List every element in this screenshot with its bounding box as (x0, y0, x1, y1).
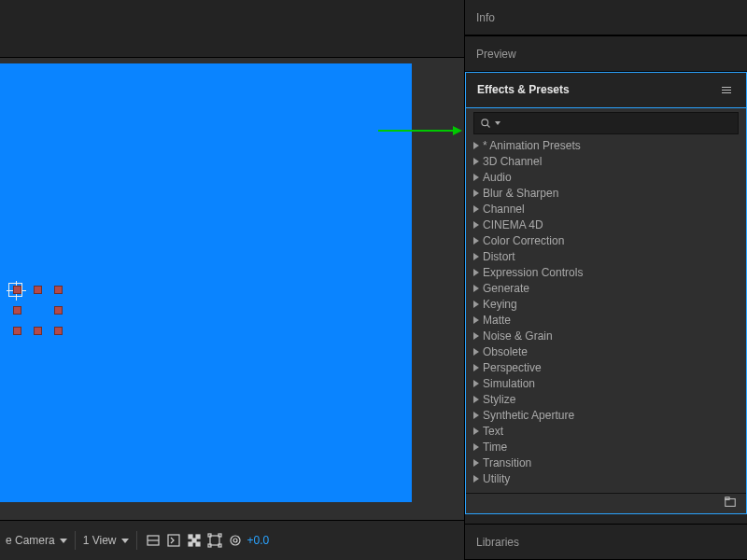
disclosure-triangle-icon[interactable] (473, 475, 479, 483)
disclosure-triangle-icon[interactable] (473, 364, 479, 371)
panel-info[interactable]: Info (465, 0, 747, 35)
effects-category-item[interactable]: Generate (473, 281, 739, 297)
selection-handle[interactable] (54, 327, 63, 335)
effects-category-item[interactable]: * Animation Presets (473, 138, 739, 154)
effects-category-item[interactable]: Blur & Sharpen (473, 186, 739, 202)
effects-category-label: CINEMA 4D (483, 218, 543, 231)
disclosure-triangle-icon[interactable] (473, 189, 479, 197)
selection-handle[interactable] (54, 306, 63, 315)
fast-previews-icon[interactable] (165, 532, 182, 549)
disclosure-triangle-icon[interactable] (473, 142, 479, 149)
svg-point-13 (231, 536, 240, 545)
panel-menu-icon[interactable] (718, 83, 735, 97)
disclosure-triangle-icon[interactable] (473, 348, 479, 356)
composition-pane: e Camera 1 View + (0, 0, 464, 560)
disclosure-triangle-icon[interactable] (473, 269, 479, 276)
panel-preview-title: Preview (476, 48, 516, 61)
chevron-down-icon (121, 539, 129, 543)
selection-handle[interactable] (34, 286, 42, 294)
active-camera-dropdown[interactable]: e Camera (6, 534, 67, 547)
composition-canvas[interactable] (0, 63, 412, 502)
effects-category-label: Noise & Grain (483, 329, 553, 343)
effects-category-label: Synthetic Aperture (483, 409, 574, 422)
disclosure-triangle-icon[interactable] (473, 158, 479, 165)
effects-category-item[interactable]: Synthetic Aperture (473, 408, 739, 424)
effects-category-label: Expression Controls (483, 266, 583, 279)
effects-category-item[interactable]: Simulation (473, 376, 739, 392)
selection-handle[interactable] (34, 327, 42, 335)
effects-category-item[interactable]: Utility (473, 471, 739, 487)
effects-category-label: Audio (483, 171, 512, 184)
selection-handle[interactable] (13, 286, 21, 294)
search-options-icon[interactable] (495, 121, 500, 125)
effects-category-item[interactable]: Time (473, 440, 739, 455)
disclosure-triangle-icon[interactable] (473, 396, 479, 403)
effects-category-item[interactable]: Expression Controls (473, 265, 739, 281)
panel-libraries[interactable]: Libraries (465, 524, 747, 560)
disclosure-triangle-icon[interactable] (473, 380, 479, 387)
panel-libraries-title: Libraries (476, 536, 519, 549)
effects-category-label: Perspective (483, 361, 542, 374)
new-bin-icon[interactable] (724, 496, 737, 511)
snapshot-icon[interactable] (227, 532, 244, 549)
panel-effects-presets-header[interactable]: Effects & Presets (465, 72, 747, 108)
effects-category-item[interactable]: Keying (473, 297, 739, 313)
disclosure-triangle-icon[interactable] (473, 285, 479, 292)
toggle-pixel-aspect-icon[interactable] (145, 532, 162, 549)
effects-category-item[interactable]: Matte (473, 313, 739, 329)
effects-category-item[interactable]: Text (473, 424, 739, 440)
view-layout-dropdown[interactable]: 1 View (83, 534, 129, 547)
effects-category-label: 3D Channel (483, 155, 542, 168)
effects-category-item[interactable]: Perspective (473, 360, 739, 376)
effects-category-item[interactable]: Audio (473, 170, 739, 186)
effects-search-input[interactable] (504, 117, 732, 130)
svg-rect-3 (189, 535, 192, 539)
panel-preview[interactable]: Preview (465, 35, 747, 72)
effects-category-label: Color Correction (483, 234, 564, 247)
exposure-value[interactable]: +0.0 (247, 534, 270, 547)
disclosure-triangle-icon[interactable] (473, 332, 479, 340)
effects-category-label: Blur & Sharpen (483, 187, 558, 200)
active-camera-label: e Camera (6, 534, 55, 547)
region-of-interest-icon[interactable] (206, 532, 223, 549)
effects-category-item[interactable]: 3D Channel (473, 154, 739, 170)
disclosure-triangle-icon[interactable] (473, 205, 479, 213)
effects-category-label: Utility (483, 472, 510, 485)
effects-category-item[interactable]: Color Correction (473, 233, 739, 249)
disclosure-triangle-icon[interactable] (473, 459, 479, 467)
selection-handle[interactable] (54, 286, 63, 294)
viewer-footer: e Camera 1 View + (0, 520, 464, 560)
toggle-transparency-grid-icon[interactable] (186, 532, 203, 549)
effects-category-label: Keying (483, 298, 517, 311)
disclosure-triangle-icon[interactable] (473, 253, 479, 260)
svg-rect-7 (196, 542, 200, 546)
effects-search-row[interactable] (473, 112, 739, 134)
svg-line-16 (487, 125, 490, 128)
svg-point-15 (482, 119, 488, 126)
disclosure-triangle-icon[interactable] (473, 237, 479, 245)
disclosure-triangle-icon[interactable] (473, 427, 479, 435)
effects-category-item[interactable]: Transition (473, 455, 739, 471)
disclosure-triangle-icon[interactable] (473, 221, 479, 229)
divider (75, 531, 76, 550)
effects-category-item[interactable]: Noise & Grain (473, 329, 739, 344)
effects-category-label: Channel (483, 203, 525, 216)
selection-handle[interactable] (13, 327, 21, 335)
svg-rect-5 (192, 539, 196, 542)
effects-panel-footer (466, 493, 746, 513)
effects-category-item[interactable]: Obsolete (473, 344, 739, 360)
disclosure-triangle-icon[interactable] (473, 174, 479, 181)
effects-category-item[interactable]: Channel (473, 202, 739, 217)
disclosure-triangle-icon[interactable] (473, 316, 479, 324)
effects-category-item[interactable]: CINEMA 4D (473, 217, 739, 233)
disclosure-triangle-icon[interactable] (473, 301, 479, 308)
svg-rect-6 (189, 542, 192, 546)
disclosure-triangle-icon[interactable] (473, 412, 479, 419)
effects-category-label: Obsolete (483, 345, 528, 358)
viewer-top-strip (0, 0, 464, 58)
effects-category-item[interactable]: Stylize (473, 392, 739, 408)
effects-category-item[interactable]: Distort (473, 249, 739, 265)
selection-handle[interactable] (13, 306, 21, 315)
disclosure-triangle-icon[interactable] (473, 443, 479, 451)
viewer-area (0, 0, 464, 520)
